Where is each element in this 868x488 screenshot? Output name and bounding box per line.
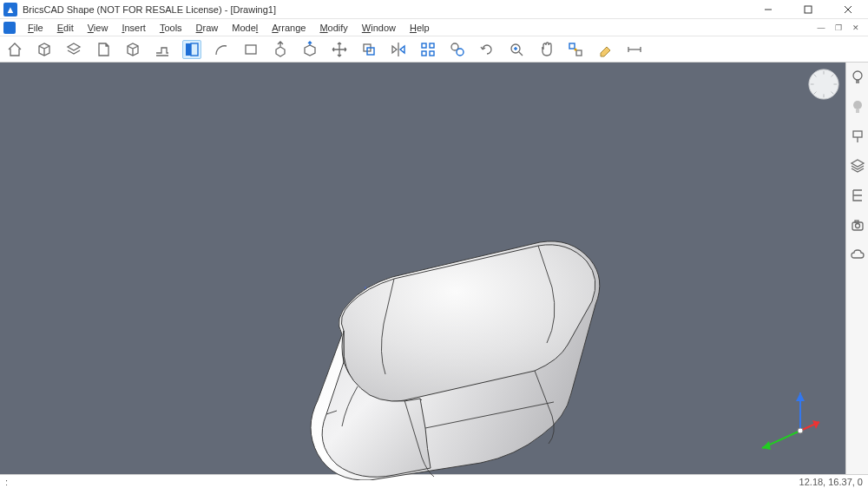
tool-copy[interactable] — [359, 40, 378, 59]
right-panel-strip — [845, 63, 868, 474]
panel-layers-stack[interactable] — [850, 158, 865, 174]
menubar: FileEditViewInsertToolsDrawModelArrangeM… — [0, 19, 868, 36]
menu-item-window[interactable]: Window — [355, 22, 403, 34]
panel-light-bulb-filled[interactable] — [850, 99, 865, 115]
svg-marker-22 — [796, 392, 805, 401]
tool-layers[interactable] — [64, 40, 83, 59]
tool-zoom-fit[interactable] — [507, 40, 526, 59]
tool-box[interactable] — [35, 40, 54, 59]
tool-arc-tool[interactable] — [212, 40, 231, 59]
tool-snap[interactable] — [566, 40, 585, 59]
minimize-button[interactable] — [748, 0, 788, 19]
tool-rect-tool[interactable] — [241, 40, 260, 59]
view-cube[interactable] — [807, 68, 840, 101]
tool-measure[interactable] — [625, 40, 644, 59]
svg-marker-18 — [762, 441, 771, 450]
menu-item-view[interactable]: View — [81, 22, 115, 34]
viewport-3d[interactable] — [0, 63, 845, 474]
titlebar: ▲ BricsCAD Shape (NOT FOR RESALE License… — [0, 0, 868, 19]
panel-paint[interactable] — [850, 129, 865, 144]
panel-camera[interactable] — [850, 217, 865, 233]
maximize-button[interactable] — [788, 0, 828, 19]
tool-section[interactable] — [182, 40, 201, 59]
mdi-close[interactable]: ✕ — [847, 21, 865, 35]
panel-cloud[interactable] — [850, 247, 865, 262]
main-area — [0, 63, 868, 474]
menu-item-file[interactable]: File — [21, 22, 50, 34]
toolbar — [0, 36, 868, 63]
drawing-solid-body[interactable] — [292, 241, 606, 480]
tool-eraser[interactable] — [595, 40, 615, 59]
statusbar-left: : — [5, 477, 8, 487]
axis-triad[interactable] — [752, 380, 830, 458]
tool-home[interactable] — [5, 40, 24, 59]
tool-profile[interactable] — [153, 40, 172, 59]
window-controls — [748, 0, 868, 19]
svg-rect-1 — [805, 6, 812, 13]
app-icon-small — [3, 22, 16, 34]
menu-item-modify[interactable]: Modify — [312, 22, 354, 34]
app-icon: ▲ — [3, 3, 17, 16]
menu-item-tools[interactable]: Tools — [153, 22, 189, 34]
window-title: BricsCAD Shape (NOT FOR RESALE License) … — [23, 4, 748, 15]
tool-push-pull[interactable] — [300, 40, 319, 59]
panel-structure[interactable] — [850, 188, 865, 203]
tool-array[interactable] — [418, 40, 437, 59]
tool-mirror[interactable] — [389, 40, 408, 59]
tool-move[interactable] — [330, 40, 349, 59]
menu-item-edit[interactable]: Edit — [50, 22, 81, 34]
menu-item-model[interactable]: Model — [225, 22, 265, 34]
mdi-minimize[interactable]: — — [812, 21, 830, 35]
close-button[interactable] — [828, 0, 868, 19]
tool-rotate[interactable] — [477, 40, 496, 59]
mdi-controls: — ❐ ✕ — [812, 21, 868, 35]
tool-pan[interactable] — [536, 40, 556, 59]
panel-light-bulb[interactable] — [850, 69, 865, 85]
tool-align[interactable] — [448, 40, 467, 59]
menu-item-draw[interactable]: Draw — [189, 22, 226, 34]
tool-cube[interactable] — [123, 40, 142, 59]
menu-item-arrange[interactable]: Arrange — [265, 22, 312, 34]
tool-page[interactable] — [94, 40, 113, 59]
svg-point-23 — [798, 428, 803, 433]
menu-item-help[interactable]: Help — [403, 22, 437, 34]
menu-item-insert[interactable]: Insert — [115, 22, 153, 34]
tool-extrude[interactable] — [271, 40, 290, 59]
statusbar-coords: 12.18, 16.37, 0 — [799, 477, 863, 487]
mdi-restore[interactable]: ❐ — [830, 21, 847, 35]
